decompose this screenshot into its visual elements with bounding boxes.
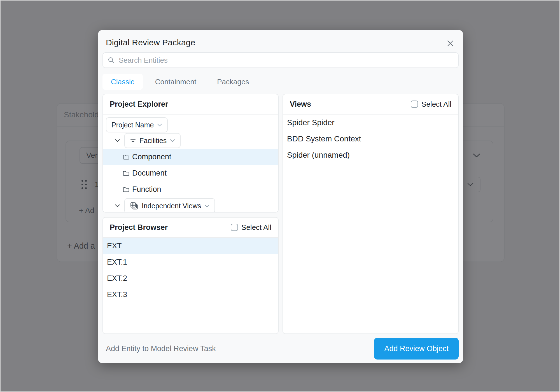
project-browser-panel: Project Browser Select All EXT EXT.1 EXT… [102,217,279,334]
tree-item-label: Function [132,185,161,194]
checkbox-icon[interactable] [231,224,238,231]
project-explorer-title: Project Explorer [110,100,168,109]
chevron-down-icon [204,204,209,207]
tree-item-label: Document [132,169,167,178]
view-item-spider-spider[interactable]: Spider Spider [283,115,458,131]
modal-footer: Add Entity to Model Review Task Add Revi… [102,334,459,363]
project-name-dropdown-label: Project Name [111,121,154,129]
tree-item-label: Component [132,153,171,161]
tree-item-document[interactable]: Document [103,165,278,181]
facilities-dropdown-label: Facilities [139,137,167,145]
list-item-ext-2[interactable]: EXT.2 [103,270,278,286]
tree-item-component[interactable]: Component [103,149,278,165]
search-bar [102,52,459,68]
view-item-spider-unnamed[interactable]: Spider (unnamed) [283,147,458,163]
close-icon [446,39,454,48]
modal-header: Digital Review Package [98,30,463,47]
views-select-all[interactable]: Select All [411,100,451,109]
tab-containment[interactable]: Containment [147,74,205,90]
chevron-expander-icon[interactable] [115,204,122,207]
grid-stack-icon [130,202,138,210]
chevron-down-icon [170,139,175,142]
add-review-object-button[interactable]: Add Review Object [374,338,459,360]
search-icon [108,57,115,64]
folder-icon [122,153,130,160]
checkbox-icon[interactable] [411,101,418,108]
search-input[interactable] [119,56,454,65]
modal-title: Digital Review Package [106,38,455,47]
chevron-down-icon [157,123,162,127]
folder-icon [122,186,130,193]
project-name-dropdown[interactable]: Project Name [106,117,168,132]
project-browser-title: Project Browser [110,223,168,232]
select-all-label: Select All [241,223,271,232]
screen: Stakehold Verif 1 ) [0,0,560,392]
independent-views-dropdown-label: Independent Views [142,202,201,210]
tab-bar: Classic Containment Packages [102,74,459,90]
tab-classic[interactable]: Classic [102,74,143,90]
modal-content: Project Explorer Project Name [102,94,459,334]
footer-hint: Add Entity to Model Review Task [102,344,216,353]
project-explorer-panel: Project Explorer Project Name [102,94,279,213]
views-title: Views [290,100,311,109]
filter-icon [130,138,136,143]
view-item-bdd-system-context[interactable]: BDD System Context [283,131,458,147]
project-browser-list: EXT EXT.1 EXT.2 EXT.3 [103,238,278,303]
tree-node-independent-views: Independent Views [103,197,278,213]
independent-views-dropdown[interactable]: Independent Views [124,198,215,213]
project-explorer-tree: Project Name [103,115,278,213]
project-browser-select-all[interactable]: Select All [231,223,271,232]
folder-icon [122,170,130,177]
list-item-ext-3[interactable]: EXT.3 [103,286,278,303]
list-item-ext[interactable]: EXT [103,238,278,254]
tree-item-function[interactable]: Function [103,181,278,197]
facilities-dropdown[interactable]: Facilities [124,133,181,148]
select-all-label: Select All [421,100,451,109]
close-button[interactable] [444,37,456,50]
tab-packages[interactable]: Packages [209,74,257,90]
list-item-ext-1[interactable]: EXT.1 [103,254,278,270]
project-browser-header: Project Browser Select All [103,218,278,238]
project-explorer-header: Project Explorer [103,94,278,115]
tree-node-facilities: Facilities [103,132,278,149]
views-header: Views Select All [283,94,458,115]
chevron-expander-icon[interactable] [115,139,122,142]
left-column: Project Explorer Project Name [102,94,279,334]
views-panel: Views Select All Spider Spider BDD Syste… [283,94,459,334]
sort-dropdown-row: Project Name [103,117,278,132]
digital-review-package-modal: Digital Review Package Classic Containme… [98,30,463,363]
views-list: Spider Spider BDD System Context Spider … [283,115,458,163]
